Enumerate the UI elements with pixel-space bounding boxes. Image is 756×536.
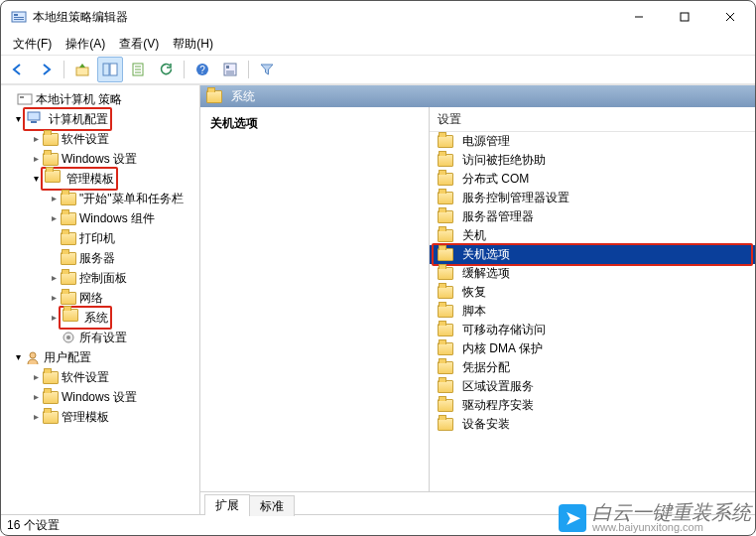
svg-rect-8 [76,67,88,75]
tree-computer-config[interactable]: ▾ 计算机配置 [1,109,199,129]
list-item[interactable]: 凭据分配 [430,358,755,377]
svg-rect-5 [681,13,689,21]
tree-server[interactable]: 服务器 [1,248,199,268]
tree-network[interactable]: ▸网络 [1,288,199,308]
folder-icon [438,342,453,356]
list-item[interactable]: 区域设置服务 [430,377,755,396]
list-item[interactable]: 内核 DMA 保护 [430,339,755,358]
list-item[interactable]: 分布式 COM [430,170,755,189]
tree-root[interactable]: 本地计算机 策略 [1,89,199,109]
folder-icon [438,380,453,394]
folder-icon [61,292,76,305]
list-item[interactable]: 关机 [430,226,755,245]
list-item[interactable]: 驱动程序安装 [430,396,755,415]
svg-rect-17 [20,96,24,98]
minimize-button[interactable] [616,1,662,33]
list-item[interactable]: 关机选项 [430,245,755,264]
menu-file[interactable]: 文件(F) [7,34,58,55]
folder-icon [438,418,453,432]
maximize-button[interactable] [662,1,707,33]
list-item[interactable]: 脚本 [430,302,755,321]
menu-view[interactable]: 查看(V) [113,34,165,55]
menu-help[interactable]: 帮助(H) [167,34,219,55]
tree-windows-settings-1[interactable]: ▸Windows 设置 [1,149,199,169]
tree-printer[interactable]: 打印机 [1,228,199,248]
chevron-right-icon[interactable]: ▸ [47,268,61,288]
chevron-down-icon[interactable]: ▾ [11,347,25,367]
list-item-label: 服务控制管理器设置 [462,190,569,206]
tree-windows-components[interactable]: ▸Windows 组件 [1,208,199,228]
folder-icon [61,212,76,225]
forward-button[interactable] [33,57,59,82]
chevron-right-icon[interactable]: ▸ [29,129,43,149]
settings-column-header[interactable]: 设置 [430,107,755,132]
app-window: 本地组策略编辑器 文件(F) 操作(A) 查看(V) 帮助(H) ? [0,0,756,536]
tree-user-config[interactable]: ▾用户配置 [1,347,199,367]
list-item-label: 脚本 [462,303,486,320]
folder-icon [438,248,453,262]
list-item[interactable]: 恢复 [430,283,755,302]
folder-icon [438,229,453,243]
list-item[interactable]: 服务器管理器 [430,207,755,226]
chevron-right-icon[interactable]: ▸ [29,149,43,169]
showhide-tree-button[interactable] [97,57,123,82]
body: 本地计算机 策略 ▾ 计算机配置 ▸软件设置 ▸Windows 设置 ▾ 管理模… [1,84,755,514]
list-item-label: 关机选项 [462,246,510,263]
list-item[interactable]: 访问被拒绝协助 [430,151,755,170]
folder-icon [438,173,453,187]
up-button[interactable] [69,57,95,82]
settings-list-body[interactable]: 电源管理访问被拒绝协助分布式 COM服务控制管理器设置服务器管理器关机关机选项缓… [430,132,755,491]
list-item[interactable]: 服务控制管理器设置 [430,189,755,207]
toolbar: ? [1,55,755,84]
folder-icon [438,210,453,224]
folder-icon [438,267,453,281]
list-item-label: 访问被拒绝协助 [462,152,546,169]
details-title: 关机选项 [210,115,419,132]
export-list-button[interactable] [125,57,151,82]
folder-icon [438,361,453,375]
tree-admin-templates[interactable]: ▾ 管理模板 [1,169,199,189]
chevron-right-icon[interactable]: ▸ [29,387,43,407]
folder-icon [61,193,76,205]
list-item-label: 凭据分配 [462,359,510,376]
back-button[interactable] [5,57,31,82]
list-item[interactable]: 电源管理 [430,132,755,151]
tree-control-panel[interactable]: ▸控制面板 [1,268,199,288]
chevron-right-icon[interactable]: ▸ [47,189,61,208]
tree-all-settings[interactable]: 所有设置 [1,328,199,347]
chevron-right-icon[interactable]: ▸ [47,288,61,308]
list-item[interactable]: 可移动存储访问 [430,321,755,339]
tree-software-settings-1[interactable]: ▸软件设置 [1,129,199,149]
tree-panel[interactable]: 本地计算机 策略 ▾ 计算机配置 ▸软件设置 ▸Windows 设置 ▾ 管理模… [1,85,200,514]
svg-point-22 [30,352,36,358]
chevron-right-icon[interactable]: ▸ [47,208,61,228]
properties-button[interactable] [217,57,243,82]
tree-startmenu[interactable]: ▸"开始"菜单和任务栏 [1,189,199,208]
svg-rect-1 [14,14,18,16]
svg-rect-10 [110,64,117,75]
list-item-label: 电源管理 [462,133,510,150]
chevron-right-icon[interactable]: ▸ [29,407,43,427]
filter-button[interactable] [254,57,280,82]
folder-icon [438,305,453,319]
tab-extended[interactable]: 扩展 [204,494,250,515]
list-item[interactable]: 设备安装 [430,415,755,434]
help-button[interactable]: ? [189,57,215,82]
list-item-label: 关机 [462,227,486,244]
tree-software-settings-2[interactable]: ▸软件设置 [1,367,199,387]
refresh-button[interactable] [153,57,179,82]
close-button[interactable] [707,1,753,33]
tree-system[interactable]: ▸ 系统 [1,308,199,328]
svg-rect-18 [28,112,40,120]
computer-icon [27,110,43,124]
status-bar: 16 个设置 [1,514,755,535]
chevron-right-icon[interactable]: ▸ [29,367,43,387]
tab-standard[interactable]: 标准 [249,495,295,516]
tree-computer-label: 计算机配置 [49,112,108,126]
tree-admin-templates-2[interactable]: ▸管理模板 [1,407,199,427]
list-item[interactable]: 缓解选项 [430,264,755,283]
folder-icon [61,272,76,285]
tree-windows-settings-2[interactable]: ▸Windows 设置 [1,387,199,407]
menu-action[interactable]: 操作(A) [60,34,111,55]
folder-icon [438,286,453,300]
